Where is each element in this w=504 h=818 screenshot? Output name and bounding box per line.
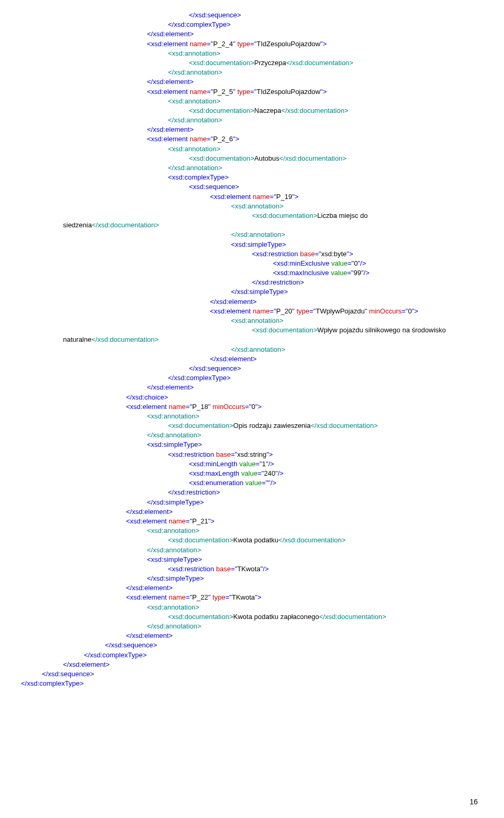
code-line: </xsd:annotation> — [21, 546, 483, 555]
code-line: <xsd:annotation> — [21, 603, 483, 612]
code-line: </xsd:element> — [21, 631, 483, 641]
code-line: </xsd:annotation> — [21, 68, 483, 77]
code-line: </xsd:complexType> — [21, 679, 483, 688]
code-line: </xsd:sequence> — [21, 641, 483, 650]
code-line: </xsd:element> — [21, 583, 483, 593]
code-line: <xsd:documentation>Kwota podatku</xsd:do… — [21, 536, 483, 545]
code-line: <xsd:restriction base="xsd:string"> — [21, 450, 483, 459]
code-line: </xsd:element> — [21, 383, 483, 392]
code-line: </xsd:element> — [21, 77, 483, 87]
code-line: siedzenia</xsd:documentation> — [21, 221, 483, 230]
code-line: </xsd:sequence> — [21, 11, 483, 20]
code-line: <xsd:documentation>Liczba miejsc do — [21, 211, 483, 221]
code-line: </xsd:element> — [21, 507, 483, 517]
xml-code-block: </xsd:sequence></xsd:complexType></xsd:e… — [21, 11, 483, 688]
code-line: <xsd:restriction base="xsd:byte"> — [21, 249, 483, 259]
code-line: <xsd:documentation>Wpływ pojazdu silniko… — [21, 326, 483, 335]
code-line: <xsd:element name="P_2_6"> — [21, 134, 483, 144]
code-line: <xsd:annotation> — [21, 412, 483, 421]
code-line: <xsd:simpleType> — [21, 440, 483, 449]
code-line: </xsd:annotation> — [21, 230, 483, 239]
code-line: naturalne</xsd:documentation> — [21, 335, 483, 344]
code-line: </xsd:complexType> — [21, 651, 483, 660]
code-line: <xsd:documentation>Autobus</xsd:document… — [21, 154, 483, 163]
code-line: <xsd:element name="P_22" type="TKwota"> — [21, 593, 483, 602]
code-line: <xsd:documentation>Przyczepa</xsd:docume… — [21, 58, 483, 68]
code-line: <xsd:simpleType> — [21, 555, 483, 564]
code-line: </xsd:annotation> — [21, 622, 483, 631]
code-line: </xsd:complexType> — [21, 20, 483, 29]
code-line: <xsd:element name="P_19"> — [21, 192, 483, 202]
code-line: </xsd:choice> — [21, 393, 483, 402]
code-line: </xsd:element> — [21, 29, 483, 39]
code-line: <xsd:complexType> — [21, 173, 483, 182]
code-line: </xsd:element> — [21, 660, 483, 669]
code-line: <xsd:annotation> — [21, 526, 483, 536]
code-line: <xsd:element name="P_2_5" type="TIdZespo… — [21, 87, 483, 97]
code-line: <xsd:annotation> — [21, 144, 483, 154]
code-line: <xsd:annotation> — [21, 49, 483, 58]
code-line: </xsd:annotation> — [21, 345, 483, 354]
code-line: <xsd:documentation>Naczepa</xsd:document… — [21, 106, 483, 116]
code-line: <xsd:maxInclusive value="99"/> — [21, 268, 483, 278]
code-line: <xsd:element name="P_20" type="TWplywPoj… — [21, 307, 483, 316]
code-line: <xsd:annotation> — [21, 202, 483, 211]
code-line: <xsd:maxLength value="240"/> — [21, 469, 483, 478]
code-line: <xsd:element name="P_18" minOccurs="0"> — [21, 402, 483, 412]
code-line: </xsd:sequence> — [21, 364, 483, 373]
code-line: </xsd:simpleType> — [21, 498, 483, 507]
code-line: <xsd:documentation>Kwota podatku zapłaco… — [21, 612, 483, 622]
code-line: <xsd:minExclusive value="0"/> — [21, 259, 483, 268]
code-line: <xsd:element name="P_21"> — [21, 517, 483, 526]
code-line: </xsd:element> — [21, 354, 483, 364]
code-line: <xsd:restriction base="TKwota"/> — [21, 564, 483, 574]
code-line: <xsd:annotation> — [21, 316, 483, 326]
code-line: </xsd:element> — [21, 125, 483, 134]
code-line: <xsd:sequence> — [21, 182, 483, 192]
code-line: <xsd:documentation>Opis rodzaju zawiesze… — [21, 421, 483, 431]
code-line: <xsd:annotation> — [21, 97, 483, 106]
code-line: </xsd:annotation> — [21, 116, 483, 125]
code-line: </xsd:restriction> — [21, 278, 483, 287]
code-line: </xsd:annotation> — [21, 163, 483, 173]
code-line: <xsd:simpleType> — [21, 240, 483, 249]
code-line: </xsd:simpleType> — [21, 287, 483, 297]
code-line: <xsd:element name="P_2_4" type="TIdZespo… — [21, 39, 483, 49]
code-line: </xsd:element> — [21, 297, 483, 307]
code-line: </xsd:restriction> — [21, 488, 483, 497]
code-line: </xsd:simpleType> — [21, 574, 483, 583]
code-line: </xsd:sequence> — [21, 669, 483, 679]
code-line: <xsd:enumeration value=""/> — [21, 478, 483, 488]
code-line: </xsd:complexType> — [21, 373, 483, 383]
code-line: </xsd:annotation> — [21, 431, 483, 440]
code-line: <xsd:minLength value="1"/> — [21, 459, 483, 469]
